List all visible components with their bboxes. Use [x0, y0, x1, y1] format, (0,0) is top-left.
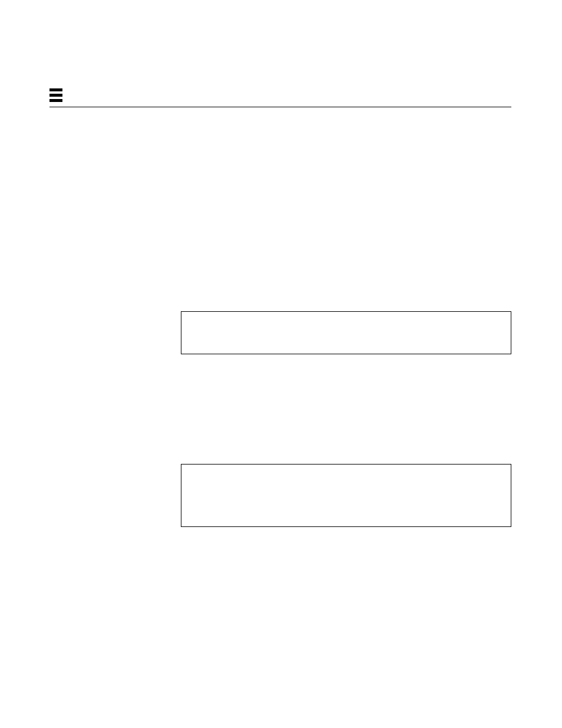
content-box-1	[181, 311, 511, 354]
icon-bar	[49, 88, 62, 91]
hamburger-icon	[49, 88, 62, 102]
icon-bar	[49, 99, 62, 102]
document-page	[0, 0, 562, 728]
icon-bar	[49, 94, 62, 97]
content-box-2	[181, 464, 511, 527]
header-rule	[49, 107, 511, 107]
